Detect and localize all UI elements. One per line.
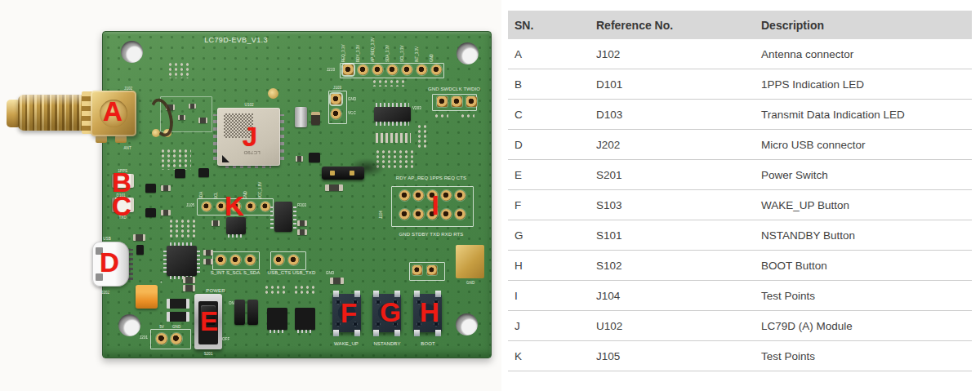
mounting-hole [456,313,478,335]
test-point-hole [466,96,477,107]
button-terminal [435,291,441,297]
silkscreen-gnd-pad: GND [466,281,474,285]
silkscreen-v203: V203 [412,106,421,110]
capacitor [295,107,307,127]
silkscreen-off: OFF [222,337,229,341]
mounting-hole [457,42,479,64]
test-point-hole [274,255,284,265]
button-terminal [414,330,420,336]
resistor-cluster [460,113,474,119]
module-pin1-mark [222,155,229,162]
passive-component [296,156,303,162]
silkscreen-j201-gnd: GND [172,325,180,329]
silkscreen-j301: S_INT S_SCL S_SDA [211,270,261,275]
table-cell-ref: J105 [596,350,761,362]
silkscreen-power: POWER [206,288,225,293]
transistor [175,169,185,178]
silkscreen-gnd-small: GND [326,271,334,275]
transistor [145,184,156,193]
passive-component [212,220,220,226]
table-cell-desc: Micro USB connector [761,139,972,151]
test-point-hole [171,333,182,344]
table-cell-ref: S102 [596,260,761,272]
silkscreen-j204: USB_CTS USB_TXD [268,270,316,275]
marker-e: E [200,306,218,337]
test-point-hole [416,64,427,75]
button-terminal [373,330,379,336]
silkscreen-nstandby: NSTANDBY [373,341,400,346]
resistor-cluster [416,124,426,149]
table-cell-ref: J104 [596,290,761,302]
ic-pins [297,330,313,333]
table-row: ES201Power Switch [508,160,972,190]
table-row: HS102BOOT Button [508,251,972,281]
table-cell-ref: J102 [596,48,761,60]
test-point-hole [358,64,368,75]
button-terminal [333,330,339,336]
passive-component [297,229,307,235]
test-point-hole [452,96,462,107]
test-point-hole [288,255,299,265]
silkscreen-ant: ANT [123,146,131,150]
table-cell-desc: Power Switch [761,169,972,181]
silkscreen-wakeup: WAKE_UP [334,341,359,346]
ic-pins [270,330,285,333]
jumper-pin [330,171,335,176]
ic-pins [170,242,194,246]
table-cell-sn: B [508,78,596,91]
marker-i: I [431,190,439,221]
test-point-hole [216,255,226,265]
resistor-cluster [167,62,192,78]
silkscreen-usb: USB [103,237,111,241]
gnd-pad [456,245,484,278]
test-point-hole [399,209,410,220]
table-cell-ref: J202 [596,139,761,151]
silkscreen-swd: GND SWDCLK TWDIO [428,87,480,91]
table-cell-ref: D101 [596,78,761,91]
button-terminal [373,291,379,297]
passive-component [325,184,343,191]
table-cell-ref: S101 [596,229,761,242]
table-cell-ref: S201 [596,169,761,181]
test-point-hole [455,190,466,201]
j201-test-points [156,333,182,344]
test-point-hole [441,209,452,220]
pin-label: RDY_3.3V [357,45,361,62]
unpopulated-footprint [376,133,411,143]
table-header-sn: SN. [508,19,596,32]
marker-j: J [243,122,257,153]
pin-label: SDA_3.3V [386,45,390,62]
table-cell-sn: E [508,169,596,181]
test-point-hole [156,333,167,344]
table-header-desc: Description [761,19,972,32]
table-cell-desc: Test Points [761,290,972,302]
pin-label: REQ_3.3V [342,44,346,62]
pin-label: VCC_1.8V [259,182,263,199]
ic-pins [293,204,296,229]
silkscreen-j201: J201 [140,335,148,340]
ic-pins [376,122,409,126]
pin-label: SDA [200,192,204,199]
jumper-block [322,167,364,180]
passive-component [203,250,213,255]
table-cell-sn: C [508,109,596,121]
table-row: AJ102Antenna connector [508,39,972,69]
table-cell-desc: LC79D (A) Module [761,320,972,332]
mounting-hole [118,314,140,336]
table-row: JU102LC79D (A) Module [508,311,972,341]
j203-pin-labels: REQ_3.3VRDY_3.3VAP_REQ_3.3VSDA_3.3VSCL_3… [343,34,449,62]
silkscreen-j103: J103 [333,86,341,90]
button-terminal [333,291,339,297]
passive-component [297,220,307,226]
regulator-ic [267,308,287,330]
test-point-hole [261,202,270,211]
marker-d: D [100,247,119,278]
button-terminal [394,291,400,297]
diode-component [311,112,320,125]
silkscreen-j203: J203 [327,68,335,72]
test-point-hole [455,209,466,220]
table-cell-sn: G [508,229,596,242]
passive-component [198,118,207,123]
silkscreen-j104-top: RDY AP_REQ 1PPS REQ CTS [396,176,466,180]
component-table-body: AJ102Antenna connectorBD1011PPS Indicati… [508,39,972,371]
